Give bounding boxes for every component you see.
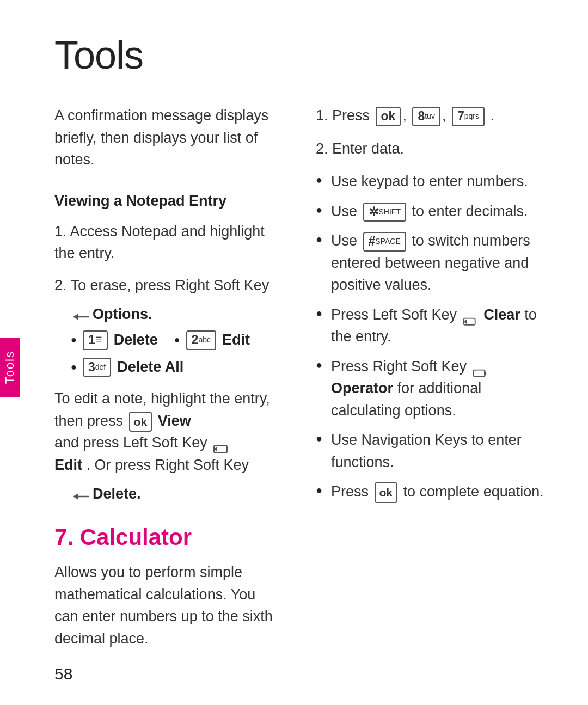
or-press-text: . Or press Right Soft Key [87, 457, 249, 473]
bullet-negative: Use #SPACE to switch numbers entered bet… [316, 230, 544, 296]
options-row-2: ● 3def Delete All [71, 358, 283, 377]
ok-key-step1: ok [376, 107, 401, 126]
key-hash-space: #SPACE [363, 232, 406, 252]
delete-arrow-icon [73, 489, 90, 500]
content-columns: A confirmation message displays briefly,… [54, 105, 544, 649]
bullet-negative-text1: Use [331, 232, 362, 249]
and-press-text: and press Left Soft Key [54, 434, 207, 451]
delete-label: Delete [114, 332, 158, 348]
calculator-description: Allows you to perform simple mathematica… [54, 561, 283, 649]
calculator-heading: 7. Calculator [54, 524, 283, 550]
edit-paragraph: To edit a note, highlight the entry, the… [54, 388, 283, 476]
key-3: 3def [83, 358, 111, 377]
ok-key-edit: ok [129, 412, 152, 432]
bullet-decimals-text2: to enter decimals. [412, 203, 528, 219]
right-step-1: 1. Press ok, 8tuv, 7pqrs . [316, 105, 544, 127]
step-2-num: 2. [54, 277, 71, 293]
operator-bold: Operator [331, 380, 393, 396]
option-delete-all: ● 3def Delete All [71, 358, 183, 377]
bullet-navigation-text: Use Navigation Keys to enter functions. [331, 432, 522, 470]
step-2-text: To erase, press Right Soft Key [71, 277, 270, 293]
bullet-decimals-text: Use [331, 203, 362, 219]
step-2: 2. To erase, press Right Soft Key [54, 274, 283, 297]
page-container: Tools A confirmation message displays br… [0, 0, 588, 705]
key-star-shift: ✲SHIFT [363, 203, 406, 222]
key-1: 1☰ [83, 330, 108, 350]
step-1-num: 1. [54, 223, 70, 240]
divider-line [44, 661, 544, 661]
view-text: View [158, 413, 191, 429]
bullet-delete-all: ● [71, 361, 77, 373]
left-soft-key-icon-edit [213, 439, 228, 449]
bullet-complete: Press ok to complete equation. [316, 481, 544, 503]
svg-rect-8 [473, 370, 485, 377]
delete-line: Delete. [71, 486, 283, 502]
bullet-decimals: Use ✲SHIFT to enter decimals. [316, 200, 544, 223]
page-title: Tools [54, 33, 544, 77]
step-1: 1. Access Notepad and highlight the entr… [54, 220, 283, 265]
bullet-complete-text1: Press [331, 483, 373, 500]
left-soft-key-clear-icon [463, 310, 478, 320]
bullet-clear: Press Left Soft Key Clear to the entry. [316, 304, 544, 348]
delete-label-text: Delete. [93, 486, 141, 502]
right-step-1-prefix: 1. Press [316, 107, 370, 124]
option-edit: ● 2abc Edit [174, 330, 250, 350]
options-line: Options. [71, 306, 283, 323]
svg-marker-1 [73, 314, 78, 320]
bullet-navigation: Use Navigation Keys to enter functions. [316, 429, 544, 473]
right-soft-key-operator-icon [473, 362, 488, 372]
options-arrow-icon [73, 309, 90, 320]
svg-marker-5 [73, 493, 78, 500]
bullet-operator: Press Right Soft Key Operator for additi… [316, 355, 544, 422]
step-1-text: Access Notepad and highlight the entry. [54, 223, 265, 262]
key-7pqrs: 7pqrs [452, 107, 485, 126]
bullet-clear-text1: Press Left Soft Key [331, 306, 461, 323]
delete-all-label: Delete All [117, 359, 183, 376]
right-column: 1. Press ok, 8tuv, 7pqrs . 2. Enter data… [316, 105, 544, 649]
clear-bold: Clear [483, 306, 520, 323]
bullet-complete-text2: to complete equation. [403, 483, 544, 500]
options-label: Options. [93, 306, 152, 323]
bullet-edit: ● [174, 334, 180, 346]
options-row: ● 1☰ Delete ● 2abc Edit [71, 330, 283, 350]
page-number: 58 [54, 665, 72, 683]
viewing-heading: Viewing a Notepad Entry [54, 193, 283, 210]
intro-text: A confirmation message displays briefly,… [54, 105, 283, 171]
left-column: A confirmation message displays briefly,… [54, 105, 283, 649]
edit-label: Edit [222, 332, 250, 348]
ok-key-complete: ok [375, 482, 398, 503]
right-step-2: 2. Enter data. [316, 138, 544, 160]
edit-bold-text: Edit [54, 457, 82, 473]
option-delete: ● 1☰ Delete [71, 330, 158, 350]
right-step-2-text: 2. Enter data. [316, 140, 404, 157]
bullet-operator-text1: Press Right Soft Key [331, 358, 471, 375]
key-8tuv: 8tuv [412, 107, 440, 126]
key-2: 2abc [186, 330, 216, 350]
bullet-keypad-text: Use keypad to enter numbers. [331, 173, 528, 189]
bullet-delete: ● [71, 334, 77, 346]
bullet-keypad: Use keypad to enter numbers. [316, 170, 544, 193]
bullet-list: Use keypad to enter numbers. Use ✲SHIFT … [316, 170, 544, 503]
